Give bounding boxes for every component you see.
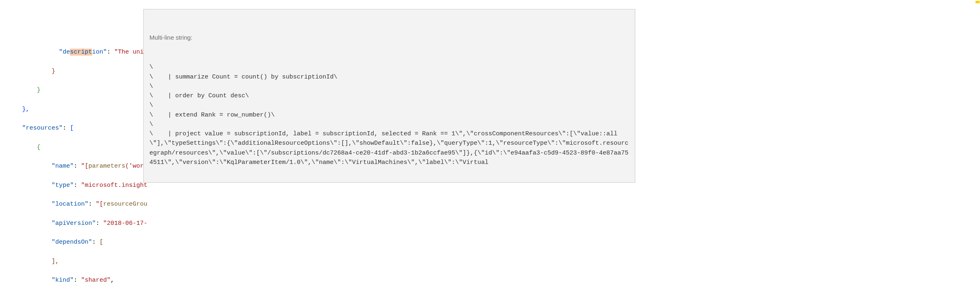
json-key: "location"	[52, 201, 88, 208]
json-key: "kind"	[52, 277, 74, 284]
json-string: "shared"	[81, 277, 111, 284]
json-string: "microsoft.insight	[81, 182, 147, 189]
json-key: "dependsOn"	[52, 239, 92, 246]
json-string: "2018-06-17-	[103, 220, 147, 227]
tooltip-body: \ \ | summarize Count = count() by subsc…	[149, 63, 629, 167]
bracket-close: ],	[52, 258, 59, 265]
hover-tooltip: Multi-line string: \ \ | summarize Count…	[143, 9, 635, 183]
minimap-warning-marker	[975, 1, 980, 3]
json-key: "description"	[59, 49, 107, 56]
text-selection: script	[70, 49, 92, 56]
json-key: "name"	[52, 163, 74, 170]
json-key: "apiVersion"	[52, 220, 96, 227]
tooltip-title: Multi-line string:	[149, 33, 629, 42]
brace-open: {	[37, 144, 41, 151]
brace-close: },	[22, 106, 29, 113]
json-key: "resources"	[22, 125, 63, 132]
json-key: "type"	[52, 182, 74, 189]
